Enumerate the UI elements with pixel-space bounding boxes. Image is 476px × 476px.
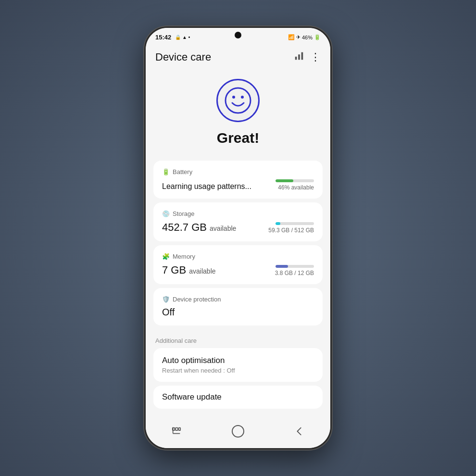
battery-main-text: Learning usage patterns... [162,182,251,191]
battery-progress-bar [276,179,314,182]
storage-icon: 💿 [162,210,170,217]
battery-progress-fill [276,179,293,182]
storage-progress-fill [276,222,280,225]
svg-rect-0 [295,57,297,60]
phone-screen: 15:42 🔒 ▲ • 📶 ✈ 46% 🔋 Device care [146,28,330,448]
memory-sub-value: 3.8 GB / 12 GB [275,270,314,276]
storage-sub-value: 59.3 GB / 512 GB [268,227,314,234]
additional-care-label: Additional care [146,329,330,348]
svg-point-5 [241,96,244,99]
software-update-title: Software update [162,392,314,402]
memory-progress-fill [276,265,288,268]
chart-icon[interactable] [294,50,304,63]
recents-button[interactable] [167,424,186,438]
battery-value: 46% available [278,184,314,191]
memory-right: 3.8 GB / 12 GB [275,265,314,276]
auto-optimisation-item[interactable]: Auto optimisation Restart when needed : … [153,348,323,382]
storage-main-value: 452.7 GB available [162,221,236,234]
protection-value: Off [162,307,175,318]
shield-icon: 🛡️ [162,296,170,303]
phone-frame: 15:42 🔒 ▲ • 📶 ✈ 46% 🔋 Device care [144,26,332,450]
status-icons: 📶 ✈ 46% 🔋 [288,34,321,40]
svg-point-4 [232,96,235,99]
status-icon [216,79,260,122]
memory-card[interactable]: 🧩 Memory 7 GB available 3.8 GB / 12 G [153,245,323,284]
software-update-item[interactable]: Software update [153,386,323,409]
battery-icon: 🔋 [162,168,170,175]
status-bar: 15:42 🔒 ▲ • 📶 ✈ 46% 🔋 [146,28,330,43]
storage-progress-bar [276,222,314,225]
device-protection-card[interactable]: 🛡️ Device protection Off [153,288,323,326]
memory-progress-bar [276,265,314,268]
hero-section: Great! [146,69,330,161]
home-button[interactable] [228,424,248,438]
more-menu-icon[interactable]: ⋮ [310,51,321,63]
svg-rect-2 [301,52,303,60]
bottom-nav [146,419,330,448]
camera-notch [235,32,241,38]
svg-rect-7 [175,428,178,431]
cards-section: 🔋 Battery Learning usage patterns... 46%… [146,161,330,326]
app-content[interactable]: Device care ⋮ [146,43,330,419]
svg-rect-8 [179,428,181,431]
storage-card[interactable]: 💿 Storage 452.7 GB available 59.3 GB [153,202,323,241]
battery-label: Battery [173,168,192,175]
protection-label: Device protection [173,296,221,303]
memory-main-value: 7 GB available [162,264,216,276]
app-header: Device care ⋮ [146,43,330,69]
svg-rect-1 [298,54,300,60]
storage-right: 59.3 GB / 512 GB [268,222,314,234]
hero-status-text: Great! [217,130,259,146]
svg-point-3 [225,88,251,113]
header-icons: ⋮ [294,50,321,63]
memory-label: Memory [173,253,195,260]
page-title: Device care [155,51,211,63]
back-button[interactable] [290,424,309,438]
memory-icon: 🧩 [162,253,170,260]
home-circle [232,425,244,438]
auto-opt-subtitle: Restart when needed : Off [162,367,314,374]
auto-opt-title: Auto optimisation [162,356,314,365]
battery-card[interactable]: 🔋 Battery Learning usage patterns... 46%… [153,161,323,199]
storage-label: Storage [173,210,195,217]
battery-right: 46% available [276,179,314,191]
status-time: 15:42 🔒 ▲ • [155,34,190,41]
